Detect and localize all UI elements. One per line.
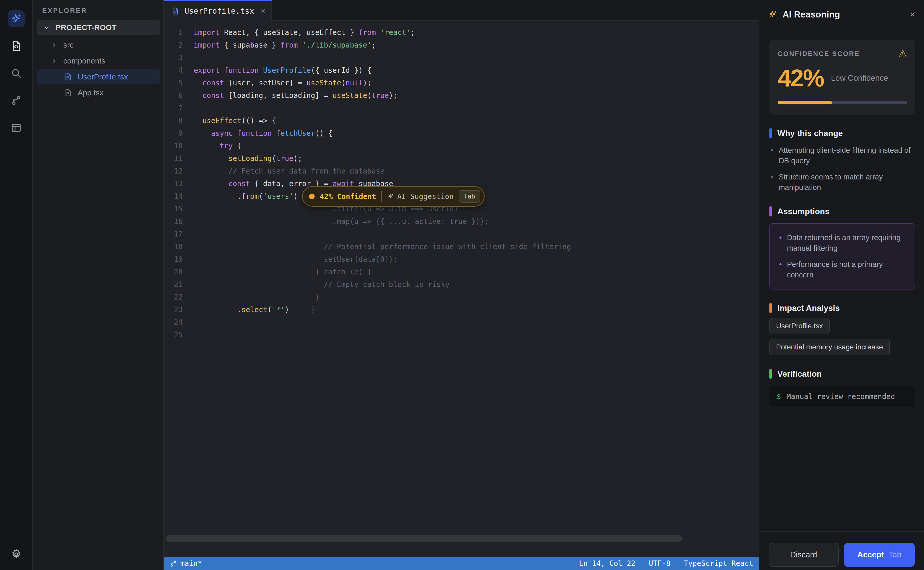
layout-icon[interactable] (8, 119, 25, 136)
settings-gear-icon[interactable] (8, 546, 25, 563)
confidence-progress-fill (778, 101, 832, 104)
file-code-icon (64, 89, 72, 97)
tab-userprofile[interactable]: UserProfile.tsx × (164, 0, 272, 21)
code-line[interactable]: 17 (164, 228, 759, 241)
code-line[interactable]: 3 (164, 51, 759, 64)
code-line[interactable]: 7 (164, 102, 759, 114)
panel-body: CONFIDENCE SCORE ⚠ 42% Low Confidence Wh… (759, 29, 924, 532)
section-impact: Impact Analysis (769, 303, 915, 313)
file-code-icon (171, 7, 179, 15)
file-tree: PROJECT-ROOT src components (37, 20, 160, 100)
editor-area: UserProfile.tsx × 1import React, { useSt… (164, 0, 759, 557)
why-bullet-list: •Attempting client-side filtering instea… (769, 145, 915, 193)
tree-item-label: UserProfile.tsx (78, 72, 128, 81)
search-icon[interactable] (8, 65, 25, 82)
ide-window: EXPLORER PROJECT-ROOT src components (0, 0, 924, 570)
code-line[interactable]: 10 try { (164, 139, 759, 152)
ai-reasoning-panel: AI Reasoning × CONFIDENCE SCORE ⚠ 42% Lo… (759, 0, 924, 570)
section-assumptions: Assumptions (769, 206, 915, 216)
code-line[interactable]: 23 .select('*') } (164, 303, 759, 316)
tree-item-app[interactable]: App.tsx (37, 85, 160, 100)
file-code-icon (64, 73, 72, 81)
accept-button[interactable]: Accept Tab (844, 543, 915, 567)
impact-chip: Potential memory usage increase (769, 339, 890, 355)
explorer-title: EXPLORER (42, 7, 87, 15)
branch-name: main* (180, 559, 202, 568)
tree-item-label: App.tsx (78, 89, 103, 97)
section-accent-bar (769, 206, 772, 216)
ai-suggestion-popup[interactable]: 42% Confident AI Suggestion Tab (302, 186, 485, 207)
scrollbar-thumb[interactable] (166, 535, 682, 542)
chevron-down-icon (43, 24, 50, 31)
code-line[interactable]: 6 const [loading, setLoading] = useState… (164, 89, 759, 102)
code-line[interactable]: 18 // Potential performance issue with c… (164, 241, 759, 253)
section-accent-bar (769, 128, 772, 138)
code-line[interactable]: 22 } (164, 291, 759, 303)
explorer-sidebar: EXPLORER PROJECT-ROOT src components (33, 0, 164, 570)
verification-terminal: $ Manual review recommended (769, 386, 915, 407)
tree-item-userprofile[interactable]: UserProfile.tsx (37, 69, 160, 84)
confidence-card: CONFIDENCE SCORE ⚠ 42% Low Confidence (769, 40, 915, 115)
code-line[interactable]: 12 // Fetch user data from the database (164, 165, 759, 178)
code-line[interactable]: 16 .map(u => ({ ...u, active: true })); (164, 215, 759, 228)
panel-close-icon[interactable]: × (910, 9, 915, 20)
tree-item-components[interactable]: components (37, 54, 160, 68)
section-accent-bar (769, 303, 772, 313)
panel-header: AI Reasoning × (759, 0, 924, 29)
bullet-item: •Performance is not a primary concern (779, 259, 907, 280)
confidence-caption: Low Confidence (831, 74, 888, 83)
code-line[interactable]: 8 useEffect(() => { (164, 114, 759, 127)
chevron-right-icon (51, 42, 58, 48)
confidence-text: 42% Confident (320, 192, 376, 201)
code-line[interactable]: 11 setLoading(true); (164, 152, 759, 165)
status-bar: main* Ln 14, Col 22 UTF-8 TypeScript Rea… (164, 557, 759, 570)
code-line[interactable]: 1import React, { useState, useEffect } f… (164, 26, 759, 39)
bullet-item: •Attempting client-side filtering instea… (771, 145, 915, 166)
ai-assistant-icon[interactable] (8, 10, 25, 27)
encoding[interactable]: UTF-8 (649, 559, 670, 568)
code-line[interactable]: 20 } catch (e) { (164, 266, 759, 278)
code-line[interactable]: 21 // Empty catch block is risky (164, 278, 759, 291)
language-mode[interactable]: TypeScript React (684, 559, 753, 568)
tree-item-label: src (63, 41, 74, 49)
file-code-icon[interactable] (8, 38, 25, 55)
tab-close-icon[interactable]: × (261, 6, 266, 16)
tree-item-label: components (63, 57, 105, 65)
terminal-prompt: $ (777, 392, 781, 401)
tree-item-project-root[interactable]: PROJECT-ROOT (37, 20, 160, 35)
divider (381, 191, 382, 202)
bullet-item: •Structure seems to match array manipula… (771, 172, 915, 193)
code-line[interactable]: 19 setUser(data[0]); (164, 253, 759, 266)
accept-keyhint: Tab (889, 550, 901, 559)
discard-button[interactable]: Discard (769, 543, 839, 567)
impact-chip-list: UserProfile.tsxPotential memory usage in… (769, 318, 915, 355)
branch-indicator[interactable]: main* (169, 559, 202, 568)
panel-title: AI Reasoning (783, 9, 840, 20)
terminal-text: Manual review recommended (787, 392, 895, 401)
status-right: Ln 14, Col 22 UTF-8 TypeScript React (566, 559, 753, 568)
code-editor[interactable]: 1import React, { useState, useEffect } f… (164, 21, 759, 534)
assumptions-card: •Data returned is an array requiring man… (769, 223, 915, 290)
confidence-value: 42% (778, 64, 824, 92)
git-branch-icon[interactable] (8, 92, 25, 109)
confidence-progressbar (778, 101, 907, 104)
bullet-item: •Data returned is an array requiring man… (779, 233, 907, 253)
code-line[interactable]: 9 async function fetchUser() { (164, 127, 759, 139)
activity-bar (0, 0, 33, 570)
code-line[interactable]: 5 const [user, setUser] = useState(null)… (164, 77, 759, 89)
code-line[interactable]: 25 (164, 329, 759, 341)
chevron-right-icon (51, 58, 58, 64)
section-accent-bar (769, 369, 772, 379)
code-line[interactable]: 4export function UserProfile({ userId })… (164, 64, 759, 77)
tree-item-src[interactable]: src (37, 38, 160, 52)
code-line[interactable]: 2import { supabase } from './lib/supabas… (164, 39, 759, 51)
warning-icon: ⚠ (898, 49, 907, 58)
horizontal-scrollbar (166, 535, 757, 542)
tab-label: UserProfile.tsx (184, 6, 254, 15)
confidence-dot (309, 194, 315, 199)
section-why: Why this change (769, 128, 915, 138)
code-line[interactable]: 24 (164, 316, 759, 329)
cursor-position[interactable]: Ln 14, Col 22 (579, 559, 635, 568)
panel-footer: Discard Accept Tab (759, 532, 924, 570)
confidence-label: CONFIDENCE SCORE (778, 50, 860, 58)
